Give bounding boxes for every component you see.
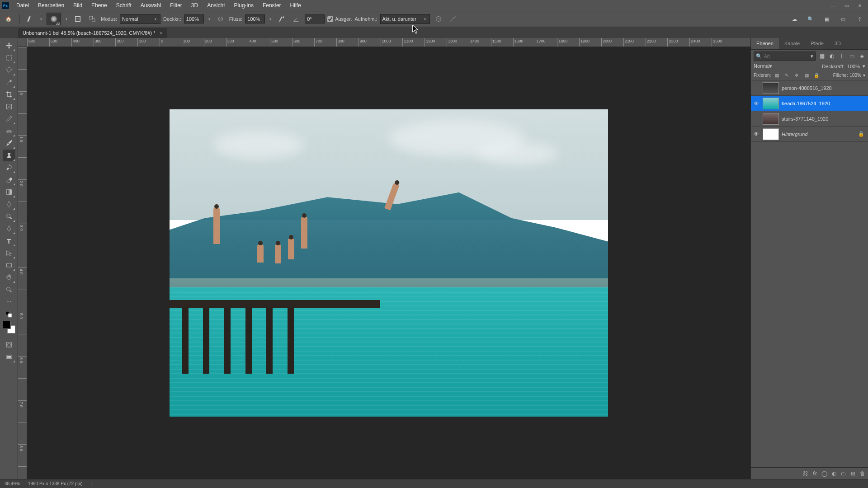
filter-type-icon[interactable]: T [838, 52, 845, 60]
layer-row[interactable]: person-4008516_1920 [751, 80, 868, 96]
lock-position-button[interactable]: ✥ [793, 71, 801, 79]
marquee-tool[interactable] [3, 52, 15, 64]
filter-shape-icon[interactable]: ▭ [848, 52, 855, 60]
menu-datei[interactable]: Datei [12, 0, 33, 10]
menu-ebene[interactable]: Ebene [87, 0, 112, 10]
opacity-field[interactable]: 100% [184, 14, 204, 23]
layer-row[interactable]: stairs-3771140_1920 [751, 111, 868, 127]
layer-name[interactable]: person-4008516_1920 [782, 85, 832, 91]
layer-name[interactable]: stairs-3771140_1920 [782, 116, 828, 122]
blur-tool[interactable] [3, 198, 15, 210]
chevron-down-icon[interactable]: ▾ [207, 17, 212, 21]
window-minimize-button[interactable]: — [826, 1, 839, 9]
blend-mode-select[interactable]: Normal▾ [120, 14, 160, 24]
menu-bild[interactable]: Bild [69, 0, 87, 10]
layer-row[interactable]: 👁beach-1867524_1920 [751, 96, 868, 111]
pen-tool[interactable] [3, 223, 15, 235]
menu-plug-ins[interactable]: Plug-ins [230, 0, 258, 10]
eyedropper-tool[interactable] [3, 113, 15, 125]
layer-visibility-toggle[interactable]: 👁 [753, 100, 760, 107]
chevron-down-icon[interactable]: ▾ [268, 17, 273, 21]
layer-mask-button[interactable]: ◯ [821, 470, 827, 477]
layer-filter-input[interactable] [764, 54, 811, 59]
foreground-color[interactable] [3, 321, 11, 329]
new-layer-button[interactable]: ⊞ [851, 470, 855, 477]
panel-tab-ebenen[interactable]: Ebenen [751, 38, 779, 49]
menu-3d[interactable]: 3D [187, 0, 203, 10]
search-button[interactable]: 🔍 [805, 13, 816, 25]
layer-name[interactable]: beach-1867524_1920 [782, 101, 830, 106]
chevron-down-icon[interactable]: ▾ [38, 17, 44, 21]
rectangle-tool[interactable] [3, 259, 15, 271]
menu-ansicht[interactable]: Ansicht [203, 0, 229, 10]
angle-field[interactable]: 0° [305, 14, 325, 23]
layer-thumbnail[interactable] [763, 98, 779, 109]
ruler-origin[interactable] [18, 38, 27, 47]
lock-transparency-button[interactable]: ▩ [773, 71, 781, 79]
document-tab[interactable]: Unbenannt-1 bei 48,5% (beach-1867524_192… [18, 28, 167, 38]
move-tool[interactable] [3, 40, 15, 52]
brush-settings-button[interactable] [72, 13, 84, 25]
magic-wand-tool[interactable] [3, 76, 15, 88]
aligned-checkbox[interactable]: Ausger. [327, 16, 352, 22]
layer-opacity-field[interactable]: 100% [847, 64, 860, 69]
document-dimensions[interactable]: 1990 Px x 1338 Px (72 ppi) [28, 481, 83, 486]
menu-fenster[interactable]: Fenster [258, 0, 286, 10]
history-brush-tool[interactable] [3, 162, 15, 174]
filter-smart-icon[interactable]: ◈ [858, 52, 865, 60]
lock-artboard-button[interactable]: ▦ [802, 71, 811, 79]
layer-filter-select[interactable]: 🔍 ▾ [754, 52, 816, 61]
layer-visibility-toggle[interactable]: 👁 [753, 131, 760, 137]
path-selection-tool[interactable] [3, 247, 15, 259]
filter-pixel-icon[interactable]: ▦ [818, 52, 826, 60]
clone-source-button[interactable] [86, 13, 98, 25]
vertical-ruler[interactable]: 01 02 03 04 05 06 07 08 09 01 0 01 1 01 … [18, 47, 27, 479]
share-button[interactable]: ⇪ [854, 13, 865, 25]
type-tool[interactable]: T [3, 235, 15, 247]
layer-thumbnail[interactable] [763, 113, 779, 125]
ignore-adjustment-button[interactable] [433, 13, 444, 25]
hand-tool[interactable] [3, 272, 15, 283]
menu-bearbeiten[interactable]: Bearbeiten [33, 0, 69, 10]
brush-preset-picker[interactable]: 22 [47, 13, 61, 25]
lasso-tool[interactable] [3, 64, 15, 76]
default-colors-button[interactable] [3, 311, 15, 318]
close-icon[interactable]: ✕ [159, 31, 163, 36]
layer-fill-field[interactable]: 100% [849, 73, 861, 78]
clone-stamp-tool[interactable] [3, 150, 15, 161]
pressure-size-button[interactable] [447, 13, 459, 25]
workspace-button[interactable]: ▭ [837, 13, 849, 25]
panel-tab-3d[interactable]: 3D [829, 38, 846, 49]
edit-toolbar-button[interactable]: ⋯ [3, 296, 15, 308]
menu-schrift[interactable]: Schrift [112, 0, 136, 10]
brush-tool[interactable] [3, 137, 15, 149]
arrange-docs-button[interactable]: ▦ [821, 13, 833, 25]
zoom-tool[interactable] [3, 284, 15, 296]
link-layers-button[interactable]: ⛓ [803, 470, 808, 477]
layer-thumbnail[interactable] [763, 82, 779, 94]
gradient-tool[interactable] [3, 186, 15, 198]
pressure-opacity-button[interactable] [215, 13, 226, 25]
airbrush-button[interactable] [276, 13, 288, 25]
quick-mask-button[interactable] [3, 339, 15, 351]
filter-adjust-icon[interactable]: ◐ [828, 52, 835, 60]
chevron-down-icon[interactable]: ▾ [64, 17, 69, 21]
home-button[interactable]: 🏠 [3, 13, 14, 25]
panel-tab-pfade[interactable]: Pfade [805, 38, 829, 49]
canvas-area[interactable]: 6005004003002001000100200300400500600700… [18, 38, 750, 479]
tool-preset-button[interactable] [24, 13, 36, 25]
status-menu-button[interactable]: 〉 [91, 481, 95, 487]
healing-brush-tool[interactable] [3, 125, 15, 137]
sample-select[interactable]: Akt. u. darunter▾ [380, 14, 430, 24]
cloud-docs-button[interactable]: ☁ [788, 13, 800, 25]
layer-blend-mode-select[interactable]: Normal▾ [754, 63, 819, 69]
frame-tool[interactable] [3, 101, 15, 113]
zoom-level[interactable]: 48,49% [5, 481, 20, 486]
screen-mode-button[interactable] [3, 351, 15, 363]
layer-style-button[interactable]: fx [813, 470, 817, 477]
flow-field[interactable]: 100% [245, 14, 265, 23]
adjustment-layer-button[interactable]: ◐ [832, 470, 836, 477]
eraser-tool[interactable] [3, 174, 15, 186]
lock-pixels-button[interactable]: ✎ [783, 71, 791, 79]
crop-tool[interactable] [3, 89, 15, 100]
